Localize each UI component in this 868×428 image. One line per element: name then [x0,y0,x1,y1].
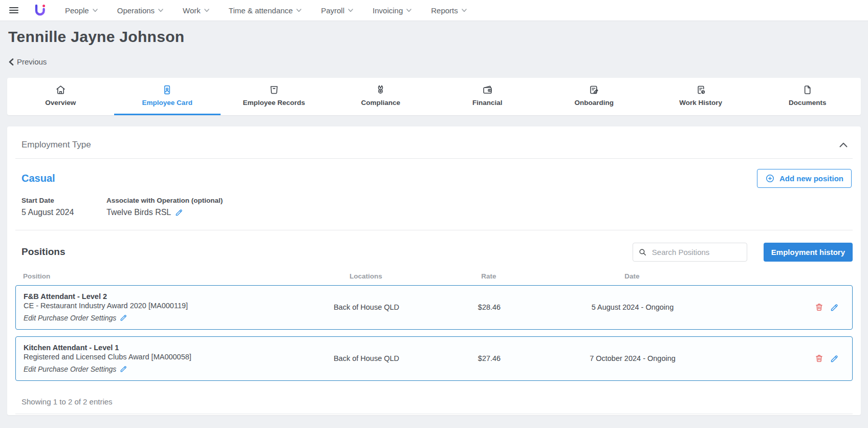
nav-item-label: Work [183,6,201,15]
position-award: CE - Restaurant Industry Award 2020 [MA0… [24,302,302,310]
nav-item-label: Reports [431,6,458,15]
position-date: 5 August 2024 - Ongoing [548,303,717,311]
tab-label: Employee Records [243,99,305,106]
tab-financial[interactable]: Financial [434,78,541,115]
tab-employee-records[interactable]: Employee Records [221,78,328,115]
position-name: Kitchen Attendant - Level 1 [24,344,302,352]
operation-label: Associate with Operation (optional) [106,197,223,204]
chevron-left-icon [8,58,14,66]
search-positions-box [633,243,747,262]
edit-purchase-order-link[interactable]: Edit Purchase Order Settings [24,365,127,373]
start-date-field: Start Date 5 August 2024 [21,197,82,217]
chevron-down-icon [462,9,467,12]
nav-item-payroll[interactable]: Payroll [321,6,353,15]
column-header-locations: Locations [302,272,430,280]
positions-table-header: Position Locations Rate Date [15,262,853,285]
position-name: F&B Attendant - Level 2 [24,292,302,301]
position-award: Registered and Licensed Clubs Award [MA0… [24,353,302,361]
trash-icon [815,303,823,312]
tab-employee-card[interactable]: Employee Card [114,78,221,115]
brand-logo[interactable] [34,4,47,17]
foundu-logo-icon [34,4,47,17]
tab-label: Onboarding [575,99,614,106]
menu-toggle-button[interactable] [9,5,20,16]
search-positions-input[interactable] [633,243,747,262]
tab-documents[interactable]: Documents [754,78,861,115]
pencil-icon [830,303,839,312]
nav-item-label: Invoicing [373,6,403,15]
nav-item-time-attendance[interactable]: Time & attendance [229,6,301,15]
table-entries-summary: Showing 1 to 2 of 2 entries [15,388,853,414]
tab-overview[interactable]: Overview [7,78,114,115]
medal-icon [375,84,386,95]
position-date: 7 October 2024 - Ongoing [548,354,717,362]
edit-operation-button[interactable] [175,208,183,217]
wallet-icon [482,84,493,95]
employment-history-button[interactable]: Employment history [764,243,853,262]
position-row: Kitchen Attendant - Level 1 Registered a… [15,336,853,381]
search-icon [638,248,647,256]
tab-work-history[interactable]: Work History [647,78,754,115]
edit-purchase-order-label: Edit Purchase Order Settings [24,314,116,322]
hamburger-icon [9,7,18,14]
home-icon [55,84,66,95]
chevron-down-icon [93,9,98,12]
pencil-icon [175,208,183,217]
nav-item-invoicing[interactable]: Invoicing [373,6,411,15]
chevron-down-icon [204,9,209,12]
edit-purchase-order-link[interactable]: Edit Purchase Order Settings [24,314,127,322]
document-clock-icon [696,84,706,95]
back-link[interactable]: Previous [8,57,47,66]
nav-item-operations[interactable]: Operations [117,6,163,15]
nav-item-label: Operations [117,6,155,15]
document-edit-icon [589,84,599,95]
chevron-down-icon [296,9,301,12]
nav-item-reports[interactable]: Reports [431,6,467,15]
pencil-icon [120,314,127,322]
edit-position-button[interactable] [830,303,839,312]
tab-onboarding[interactable]: Onboarding [541,78,648,115]
start-date-label: Start Date [21,197,82,204]
chevron-down-icon [406,9,411,12]
tab-label: Employee Card [142,99,192,106]
edit-position-button[interactable] [830,354,839,363]
nav-item-label: Time & attendance [229,6,293,15]
column-header-date: Date [548,272,717,280]
chevron-down-icon [348,9,353,12]
main-menu: People Operations Work Time & attendance… [65,6,467,15]
tab-label: Financial [472,99,503,106]
position-row: F&B Attendant - Level 2 CE - Restaurant … [15,285,853,330]
page-title: Tennille Jayne Johnson [8,28,868,46]
tab-label: Overview [45,99,76,106]
position-locations: Back of House QLD [302,303,430,311]
back-link-label: Previous [17,57,47,66]
delete-position-button[interactable] [815,354,823,363]
operation-value: Twelve Birds RSL [106,208,171,217]
tab-compliance[interactable]: Compliance [328,78,435,115]
document-icon [802,84,813,95]
positions-title: Positions [21,246,66,258]
delete-position-button[interactable] [815,303,823,312]
tab-label: Documents [789,99,827,106]
position-rate: $27.46 [430,354,548,362]
footer-divider [15,414,853,414]
chevron-up-icon [839,142,848,147]
employment-type-card: Employment Type Casual Add new position … [7,126,861,415]
position-rate: $28.46 [430,303,548,311]
nav-item-work[interactable]: Work [183,6,209,15]
nav-item-label: Payroll [321,6,344,15]
tab-label: Work History [679,99,722,106]
archive-box-icon [269,84,279,95]
edit-purchase-order-label: Edit Purchase Order Settings [24,365,116,373]
tab-label: Compliance [361,99,400,106]
add-new-position-button[interactable]: Add new position [757,169,852,188]
nav-item-label: People [65,6,89,15]
nav-item-people[interactable]: People [65,6,98,15]
operation-field: Associate with Operation (optional) Twel… [106,197,223,217]
chevron-down-icon [158,9,163,12]
add-new-position-label: Add new position [779,174,843,183]
start-date-value: 5 August 2024 [21,208,82,217]
collapse-section-button[interactable] [838,141,849,148]
plus-circle-icon [765,174,775,183]
top-navbar: People Operations Work Time & attendance… [0,0,868,20]
